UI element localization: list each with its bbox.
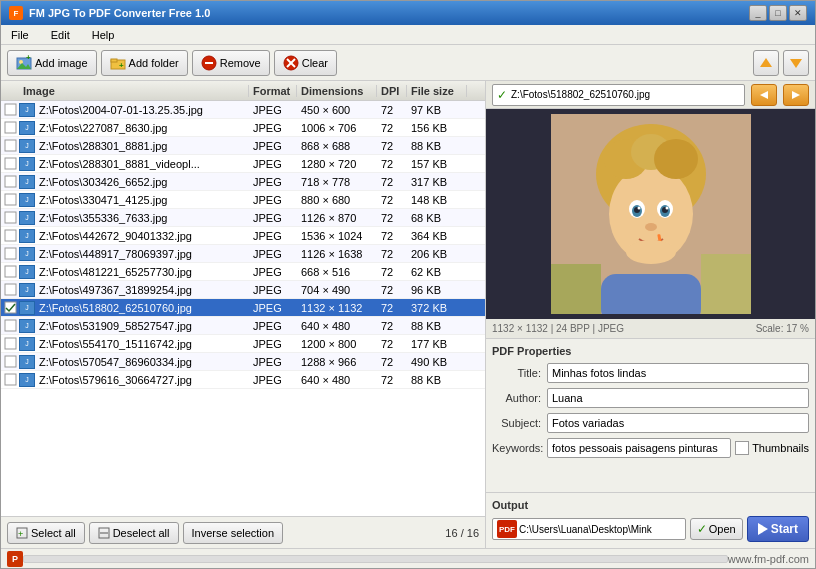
remove-button[interactable]: Remove bbox=[192, 50, 270, 76]
file-icon: J bbox=[19, 211, 35, 225]
table-row[interactable]: J Z:\Fotos\330471_4125.jpg JPEG 880 × 68… bbox=[1, 191, 485, 209]
remove-icon bbox=[201, 55, 217, 71]
table-row[interactable]: J Z:\Fotos\227087_8630.jpg JPEG 1006 × 7… bbox=[1, 119, 485, 137]
thumbnails-checkbox[interactable] bbox=[735, 441, 749, 455]
table-row[interactable]: J Z:\Fotos\303426_6652.jpg JPEG 718 × 77… bbox=[1, 173, 485, 191]
author-row: Author: bbox=[492, 388, 809, 408]
file-format: JPEG bbox=[249, 320, 297, 332]
table-row[interactable]: J Z:\Fotos\518802_62510760.jpg JPEG 1132… bbox=[1, 299, 485, 317]
menu-file[interactable]: File bbox=[5, 28, 35, 42]
row-checkbox[interactable] bbox=[1, 229, 19, 242]
file-dimensions: 1536 × 1024 bbox=[297, 230, 377, 242]
title-label: Title: bbox=[492, 367, 547, 379]
thumbnails-label: Thumbnails bbox=[752, 442, 809, 454]
output-path-display[interactable]: PDF C:\Users\Luana\Desktop\Mink bbox=[492, 518, 686, 540]
keywords-input[interactable] bbox=[547, 438, 731, 458]
file-dpi: 72 bbox=[377, 230, 407, 242]
prev-icon bbox=[758, 90, 770, 100]
move-up-button[interactable] bbox=[753, 50, 779, 76]
checkbox-icon bbox=[4, 265, 17, 278]
menu-edit[interactable]: Edit bbox=[45, 28, 76, 42]
add-image-button[interactable]: + Add image bbox=[7, 50, 97, 76]
select-all-button[interactable]: + Select all bbox=[7, 522, 85, 544]
file-size: 96 KB bbox=[407, 284, 467, 296]
row-checkbox[interactable] bbox=[1, 121, 19, 134]
file-path: Z:\Fotos\531909_58527547.jpg bbox=[37, 320, 249, 332]
file-dimensions: 1280 × 720 bbox=[297, 158, 377, 170]
file-icon: J bbox=[19, 247, 35, 261]
file-dimensions: 1200 × 800 bbox=[297, 338, 377, 350]
row-checkbox[interactable] bbox=[1, 175, 19, 188]
checkbox-icon bbox=[4, 319, 17, 332]
menu-help[interactable]: Help bbox=[86, 28, 121, 42]
row-checkbox[interactable] bbox=[1, 283, 19, 296]
svg-rect-29 bbox=[5, 374, 16, 385]
col-header-dpi: DPI bbox=[377, 85, 407, 97]
author-input[interactable] bbox=[547, 388, 809, 408]
row-checkbox[interactable] bbox=[1, 193, 19, 206]
row-checkbox[interactable] bbox=[1, 211, 19, 224]
table-row[interactable]: J Z:\Fotos\355336_7633.jpg JPEG 1126 × 8… bbox=[1, 209, 485, 227]
file-icon: J bbox=[19, 139, 35, 153]
row-checkbox[interactable] bbox=[1, 247, 19, 260]
table-row[interactable]: J Z:\Fotos\497367_31899254.jpg JPEG 704 … bbox=[1, 281, 485, 299]
file-list[interactable]: J Z:\Fotos\2004-07-01-13.25.35.jpg JPEG … bbox=[1, 101, 485, 516]
file-size: 88 KB bbox=[407, 320, 467, 332]
row-checkbox[interactable] bbox=[1, 139, 19, 152]
file-icon: J bbox=[19, 229, 35, 243]
bottom-bar: + Select all Deselect all Inverse select… bbox=[1, 516, 485, 548]
subject-input[interactable] bbox=[547, 413, 809, 433]
svg-point-50 bbox=[637, 207, 640, 210]
move-down-button[interactable] bbox=[783, 50, 809, 76]
prev-image-button[interactable] bbox=[751, 84, 777, 106]
row-checkbox[interactable] bbox=[1, 157, 19, 170]
file-dpi: 72 bbox=[377, 248, 407, 260]
next-image-button[interactable] bbox=[783, 84, 809, 106]
svg-rect-57 bbox=[701, 254, 751, 314]
row-checkbox[interactable] bbox=[1, 355, 19, 368]
table-row[interactable]: J Z:\Fotos\288301_8881.jpg JPEG 868 × 68… bbox=[1, 137, 485, 155]
inverse-selection-button[interactable]: Inverse selection bbox=[183, 522, 284, 544]
table-row[interactable]: J Z:\Fotos\579616_30664727.jpg JPEG 640 … bbox=[1, 371, 485, 389]
file-icon: J bbox=[19, 355, 35, 369]
file-path: Z:\Fotos\448917_78069397.jpg bbox=[37, 248, 249, 260]
svg-marker-35 bbox=[792, 91, 800, 99]
clear-button[interactable]: Clear bbox=[274, 50, 337, 76]
minimize-button[interactable]: _ bbox=[749, 5, 767, 21]
file-icon: J bbox=[19, 337, 35, 351]
open-button[interactable]: ✓ Open bbox=[690, 518, 743, 540]
file-dpi: 72 bbox=[377, 374, 407, 386]
start-button[interactable]: Start bbox=[747, 516, 809, 542]
row-checkbox[interactable] bbox=[1, 265, 19, 278]
file-path: Z:\Fotos\288301_8881_videopl... bbox=[37, 158, 249, 170]
svg-rect-21 bbox=[5, 230, 16, 241]
row-checkbox[interactable] bbox=[1, 373, 19, 386]
maximize-button[interactable]: □ bbox=[769, 5, 787, 21]
deselect-all-button[interactable]: Deselect all bbox=[89, 522, 179, 544]
title-input[interactable] bbox=[547, 363, 809, 383]
table-row[interactable]: J Z:\Fotos\288301_8881_videopl... JPEG 1… bbox=[1, 155, 485, 173]
table-row[interactable]: J Z:\Fotos\554170_15116742.jpg JPEG 1200… bbox=[1, 335, 485, 353]
close-button[interactable]: ✕ bbox=[789, 5, 807, 21]
checkbox-icon bbox=[4, 157, 17, 170]
file-path: Z:\Fotos\570547_86960334.jpg bbox=[37, 356, 249, 368]
output-row: PDF C:\Users\Luana\Desktop\Mink ✓ Open S… bbox=[492, 516, 809, 542]
file-dimensions: 718 × 778 bbox=[297, 176, 377, 188]
row-checkbox[interactable] bbox=[1, 337, 19, 350]
row-checkbox[interactable] bbox=[1, 301, 19, 314]
table-row[interactable]: J Z:\Fotos\570547_86960334.jpg JPEG 1288… bbox=[1, 353, 485, 371]
table-row[interactable]: J Z:\Fotos\481221_65257730.jpg JPEG 668 … bbox=[1, 263, 485, 281]
table-row[interactable]: J Z:\Fotos\531909_58527547.jpg JPEG 640 … bbox=[1, 317, 485, 335]
table-row[interactable]: J Z:\Fotos\2004-07-01-13.25.35.jpg JPEG … bbox=[1, 101, 485, 119]
add-folder-button[interactable]: + Add folder bbox=[101, 50, 188, 76]
row-checkbox[interactable] bbox=[1, 103, 19, 116]
file-dpi: 72 bbox=[377, 266, 407, 278]
table-row[interactable]: J Z:\Fotos\442672_90401332.jpg JPEG 1536… bbox=[1, 227, 485, 245]
table-row[interactable]: J Z:\Fotos\448917_78069397.jpg JPEG 1126… bbox=[1, 245, 485, 263]
file-icon: J bbox=[19, 283, 35, 297]
row-checkbox[interactable] bbox=[1, 319, 19, 332]
right-panel: ✓ Z:\Fotos\518802_62510760.jpg bbox=[485, 81, 815, 548]
file-icon: J bbox=[19, 175, 35, 189]
svg-rect-23 bbox=[5, 266, 16, 277]
file-dpi: 72 bbox=[377, 140, 407, 152]
